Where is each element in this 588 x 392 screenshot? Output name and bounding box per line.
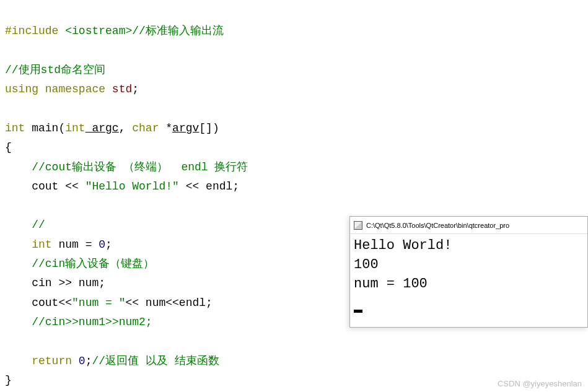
keyword: using (5, 83, 38, 95)
indent (5, 238, 32, 251)
code-text: num = (52, 238, 99, 251)
console-output[interactable]: Hello World! 100 num = 100 (350, 234, 587, 315)
punct: ( (58, 122, 65, 134)
indent (5, 355, 32, 367)
keyword: int (32, 238, 51, 251)
keyword: int (5, 122, 25, 134)
output-line: Hello World! (354, 238, 452, 253)
punct: , (119, 122, 126, 134)
punct: ; (86, 355, 92, 367)
op: << (179, 180, 206, 193)
param: argc (86, 122, 119, 134)
output-line: num = 100 (354, 276, 428, 292)
number: 0 (99, 238, 105, 251)
comment: //使用std命名空间 (5, 64, 105, 76)
string: "Hello World!" (86, 180, 179, 193)
comment: //cout输出设备 （终端） endl 换行符 (5, 161, 248, 173)
op: << (58, 180, 85, 193)
number: 0 (72, 355, 86, 367)
keyword: char (125, 122, 159, 134)
func-name: main (25, 122, 58, 134)
cursor (354, 310, 362, 313)
output-line: 100 (354, 257, 379, 272)
punct: ; (105, 238, 112, 251)
punct: * (159, 122, 172, 134)
code-text: cin >> num; (5, 277, 105, 289)
code-text: cout<< (5, 297, 72, 309)
keyword: namespace (38, 83, 105, 95)
app-icon (354, 221, 362, 230)
console-title: C:\Qt\Qt5.8.0\Tools\QtCreator\bin\qtcrea… (366, 222, 509, 229)
watermark: CSDN @yiyeyeshenlan (498, 379, 582, 388)
keyword: int (65, 122, 85, 134)
keyword: return (32, 355, 72, 367)
brace: { (5, 141, 12, 154)
param: argv (172, 122, 199, 134)
comment: //标准输入输出流 (132, 25, 224, 37)
code-editor[interactable]: #include <iostream>//标准输入输出流 //使用std命名空间… (0, 0, 588, 392)
identifier: endl (206, 180, 232, 193)
comment: //返回值 以及 结束函数 (92, 355, 219, 367)
header-name: <iostream> (58, 25, 132, 37)
punct: ; (132, 83, 139, 95)
code-text: cout (5, 180, 58, 193)
comment: //cin输入设备（键盘） (5, 258, 154, 270)
console-window[interactable]: C:\Qt\Qt5.8.0\Tools\QtCreator\bin\qtcrea… (349, 216, 588, 328)
identifier: std (105, 83, 132, 95)
comment: //cin>>num1>>num2; (5, 316, 152, 328)
brace: } (5, 374, 12, 386)
punct: ; (232, 180, 239, 193)
code-text: << num<<endl; (125, 297, 212, 309)
preprocessor: #include (5, 25, 58, 37)
comment: // (5, 219, 45, 231)
console-titlebar[interactable]: C:\Qt\Qt5.8.0\Tools\QtCreator\bin\qtcrea… (350, 217, 587, 234)
string: "num = " (72, 297, 125, 309)
punct: []) (199, 122, 219, 134)
